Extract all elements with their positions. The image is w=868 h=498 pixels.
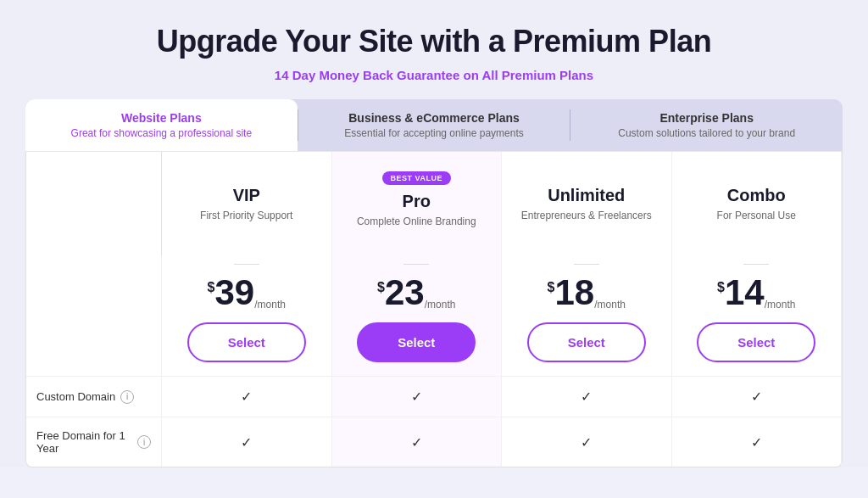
plan-desc-pro: Complete Online Branding [342,215,492,242]
checkmark-combo-free-domain: ✓ [751,434,762,450]
plans-grid: VIP First Priority Support BEST VALUE Pr… [26,151,842,467]
price-dollar-unlimited: $ [548,280,555,295]
price-period-combo: /month [765,299,796,311]
plan-header-vip: VIP First Priority Support [162,152,332,255]
tab-business-label: Business & eCommerce Plans [315,111,554,125]
price-number-pro: 23 [385,275,425,311]
tab-website-label: Website Plans [42,111,281,125]
empty-header-cell [26,152,162,255]
price-divider-vip [234,264,259,265]
page-header: Upgrade Your Site with a Premium Plan 14… [17,24,851,99]
plans-area: VIP First Priority Support BEST VALUE Pr… [25,151,843,467]
price-number-unlimited: 18 [555,275,595,311]
info-icon-free-domain[interactable]: i [137,435,151,449]
tab-enterprise-sublabel: Custom solutions tailored to your brand [587,127,826,139]
page-title: Upgrade Your Site with a Premium Plan [17,24,851,59]
tab-enterprise[interactable]: Enterprise Plans Custom solutions tailor… [570,99,843,151]
feature-text-custom-domain: Custom Domain [36,390,115,403]
plan-price-vip: $ 39 /month Select [162,255,332,376]
feature-check-custom-domain-vip: ✓ [162,376,332,417]
best-value-badge: BEST VALUE [382,171,451,185]
feature-check-custom-domain-pro: ✓ [332,376,503,417]
plan-header-unlimited: Unlimited Entrepreneurs & Freelancers [502,152,672,255]
checkmark-vip-custom-domain: ✓ [241,389,252,405]
checkmark-unlimited-free-domain: ✓ [581,434,592,450]
plan-header-combo: Combo For Personal Use [672,152,843,255]
plan-price-pro: $ 23 /month Select [332,255,503,376]
select-button-combo[interactable]: Select [697,322,815,362]
price-divider-combo [743,264,769,265]
info-icon-custom-domain[interactable]: i [120,390,134,404]
price-dollar-vip: $ [208,280,215,295]
price-amount-unlimited: $ 18 /month [512,275,661,311]
plan-price-combo: $ 14 /month Select [672,255,843,376]
plan-header-pro: BEST VALUE Pro Complete Online Branding [332,152,503,255]
plan-name-vip: VIP [172,186,321,205]
price-amount-pro: $ 23 /month [342,275,492,311]
price-period-vip: /month [254,299,286,311]
feature-check-custom-domain-combo: ✓ [672,376,843,417]
plan-desc-unlimited: Entrepreneurs & Freelancers [512,209,661,236]
feature-label-free-domain: Free Domain for 1 Year i [26,417,162,467]
checkmark-pro-custom-domain: ✓ [411,389,422,405]
price-dollar-pro: $ [377,280,385,295]
checkmark-combo-custom-domain: ✓ [751,389,762,405]
price-amount-vip: $ 39 /month [172,275,321,311]
plan-tab-bar: Website Plans Great for showcasing a pro… [25,99,843,151]
price-period-pro: /month [425,299,456,311]
plan-desc-vip: First Priority Support [172,209,321,236]
guarantee-text: 14 Day Money Back Guarantee on All Premi… [17,68,851,82]
tab-website[interactable]: Website Plans Great for showcasing a pro… [25,99,298,151]
price-divider-unlimited [574,264,599,265]
feature-check-free-domain-pro: ✓ [332,417,503,467]
feature-check-free-domain-vip: ✓ [162,417,332,467]
feature-check-custom-domain-unlimited: ✓ [502,376,672,417]
price-number-combo: 14 [725,275,765,311]
price-dollar-combo: $ [717,280,725,295]
select-button-vip[interactable]: Select [187,322,306,362]
checkmark-unlimited-custom-domain: ✓ [581,389,592,405]
select-button-pro[interactable]: Select [357,322,476,362]
price-amount-combo: $ 14 /month [682,275,832,311]
plan-name-combo: Combo [682,186,832,205]
tab-enterprise-label: Enterprise Plans [587,111,826,125]
price-divider-pro [403,264,429,265]
tab-business[interactable]: Business & eCommerce Plans Essential for… [298,99,570,151]
feature-check-free-domain-unlimited: ✓ [502,417,672,467]
price-number-vip: 39 [215,275,255,311]
checkmark-pro-free-domain: ✓ [411,434,422,450]
feature-text-free-domain: Free Domain for 1 Year [36,429,132,455]
empty-price-cell [26,255,162,376]
plan-desc-combo: For Personal Use [682,209,832,236]
plan-price-unlimited: $ 18 /month Select [502,255,672,376]
guarantee-body: Money Back Guarantee on All Premium Plan… [319,68,593,82]
feature-check-free-domain-combo: ✓ [672,417,843,467]
feature-label-custom-domain: Custom Domain i [26,376,162,417]
tab-website-sublabel: Great for showcasing a professional site [42,127,281,139]
plan-name-pro: Pro [342,192,492,211]
plan-name-unlimited: Unlimited [512,186,661,205]
price-period-unlimited: /month [594,299,626,311]
guarantee-highlight: 14 Day [275,68,315,82]
checkmark-vip-free-domain: ✓ [241,434,252,450]
select-button-unlimited[interactable]: Select [527,322,646,362]
tab-business-sublabel: Essential for accepting online payments [315,127,554,139]
